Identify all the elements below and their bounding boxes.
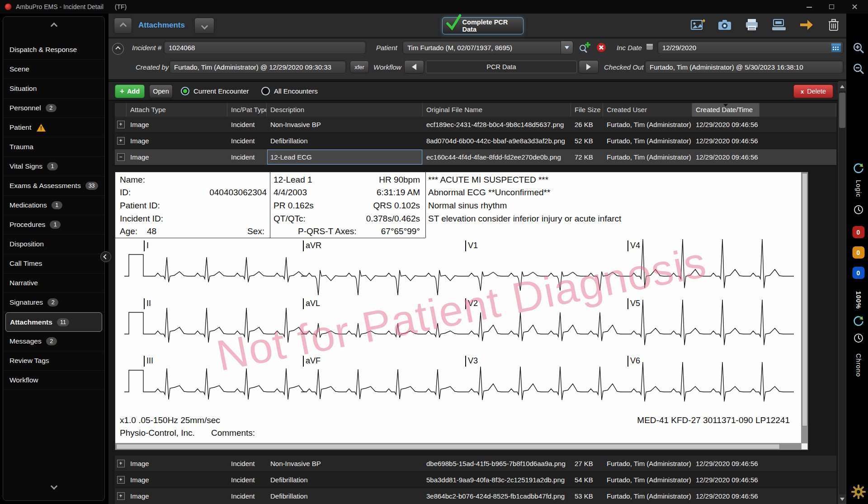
scrollbar-thumb[interactable] — [839, 93, 845, 128]
logic-history-icon[interactable] — [853, 204, 864, 217]
table-row[interactable]: + Image Incident Defibrillation 3e864bc2… — [115, 488, 836, 504]
sidebar-item-signatures[interactable]: Signatures2 — [3, 293, 104, 312]
column-header-created-user[interactable]: Created User — [603, 103, 692, 117]
table-row[interactable]: + Image Incident Non-Invasive BP ecf189e… — [115, 117, 836, 133]
row-expand-button[interactable]: + — [117, 492, 125, 500]
fax-icon[interactable] — [771, 17, 788, 33]
maximize-button[interactable] — [828, 3, 835, 10]
sidebar-item-personnel[interactable]: Personnel2 — [3, 99, 104, 118]
workflow-prev-button[interactable] — [404, 60, 424, 74]
sidebar-item-attachments[interactable]: Attachments11 — [5, 312, 102, 332]
forward-icon[interactable] — [798, 17, 815, 33]
chrono-refresh-icon[interactable] — [853, 316, 864, 329]
table-row-selected[interactable]: − Image Incident 12-Lead ECG ec160c44-4f… — [115, 149, 836, 165]
column-header-created-datetime[interactable]: Created Date/Time — [692, 103, 760, 117]
sidebar-item-label: Situation — [9, 85, 37, 93]
table-row[interactable]: + Image Incident Defibrillation 5ba3dd81… — [115, 472, 836, 488]
row-expand-button[interactable]: + — [117, 476, 125, 484]
current-encounter-radio[interactable] — [181, 87, 189, 95]
all-encounters-radio[interactable] — [261, 87, 270, 95]
settings-gear-icon[interactable] — [851, 485, 866, 500]
scroll-down-arrow[interactable] — [839, 495, 846, 504]
inc-date-input[interactable] — [657, 41, 844, 54]
logic-error-badge[interactable]: 0 — [852, 226, 864, 238]
camera-icon[interactable] — [717, 17, 733, 33]
add-button[interactable]: +Add — [115, 85, 145, 98]
section-next-button[interactable] — [194, 18, 214, 34]
zoom-in-icon[interactable] — [852, 42, 865, 56]
grid-vertical-scrollbar[interactable] — [838, 81, 846, 504]
expand-cell: − — [115, 149, 127, 165]
sidebar-scroll-down[interactable] — [3, 482, 104, 494]
ecg-lead-label: V6 — [627, 356, 640, 367]
logic-info-badge[interactable]: 0 — [852, 267, 864, 279]
column-header-inc-pat-type[interactable]: Inc/Pat Type — [227, 103, 267, 117]
column-header-description[interactable]: Description — [267, 103, 423, 117]
sidebar-item-label: Review Tags — [9, 357, 49, 365]
sidebar-item-messages[interactable]: Messages2 — [3, 332, 104, 351]
column-header-file-size[interactable]: File Size — [571, 103, 603, 117]
row-collapse-button[interactable]: − — [117, 153, 125, 161]
sidebar-collapse-handle[interactable] — [100, 251, 111, 262]
delete-button[interactable]: xDelete — [793, 85, 833, 98]
current-encounter-label: Current Encounter — [193, 82, 249, 101]
sidebar-item-call-times[interactable]: Call Times — [3, 254, 104, 273]
logic-refresh-icon[interactable] — [853, 163, 864, 176]
workflow-next-button[interactable] — [579, 60, 599, 74]
chrono-label[interactable]: Chrono — [855, 353, 862, 377]
sidebar-item-dispatch-response[interactable]: Dispatch & Response — [3, 40, 104, 60]
count-badge: 2 — [46, 104, 57, 112]
section-prev-button[interactable] — [114, 18, 132, 34]
calendar-icon[interactable] — [831, 42, 841, 54]
zoom-out-icon[interactable] — [852, 62, 865, 76]
xfer-button[interactable]: xfer — [350, 61, 369, 73]
close-button[interactable] — [851, 3, 858, 10]
ecg-footer-device: MED-41 KFD-27 3011371-090 LP12241 — [637, 415, 790, 425]
patient-clear-icon[interactable] — [596, 42, 607, 54]
sidebar-item-medications[interactable]: Medications1 — [3, 196, 104, 215]
attachments-toolbar: +Add Open Current Encounter All Encounte… — [108, 81, 846, 100]
checked-out-input[interactable] — [645, 60, 844, 74]
export-image-icon[interactable] — [690, 17, 706, 33]
sidebar-item-disposition[interactable]: Disposition — [3, 235, 104, 254]
cell-created-datetime: 12/29/2020 09:46:56 — [692, 472, 760, 488]
sidebar-item-vital-signs[interactable]: Vital Signs1 — [3, 157, 104, 176]
sidebar-item-patient[interactable]: Patient — [3, 118, 104, 137]
row-expand-button[interactable]: + — [117, 460, 125, 467]
logic-label[interactable]: Logic — [855, 180, 862, 197]
sidebar-item-trauma[interactable]: Trauma — [3, 137, 104, 157]
print-icon[interactable] — [744, 17, 760, 33]
open-button[interactable]: Open — [149, 85, 173, 98]
patient-select[interactable]: Tim Furtado (M, 02/07/1937, 8695) — [402, 41, 573, 54]
sidebar-item-scene[interactable]: Scene — [3, 60, 104, 79]
created-by-input[interactable] — [169, 60, 346, 74]
logic-warning-badge[interactable]: 0 — [852, 246, 864, 259]
sidebar-item-situation[interactable]: Situation — [3, 79, 104, 99]
trash-icon[interactable] — [826, 17, 842, 33]
column-header-file-name[interactable]: Original File Name — [423, 103, 571, 117]
count-badge: 1 — [47, 162, 58, 170]
collapse-header-button[interactable] — [112, 43, 124, 55]
created-by-label: Created by — [136, 61, 169, 74]
incident-number-input[interactable] — [164, 41, 366, 54]
table-row[interactable]: + Image Incident Non-Invasive BP dbe698b… — [115, 456, 836, 472]
ecg-preview[interactable]: Name: 12-Lead 1 HR 90bpm *** ACUTE MI SU… — [115, 172, 808, 450]
chrono-history-icon[interactable] — [853, 333, 864, 345]
sidebar-scroll-up[interactable] — [3, 22, 104, 34]
sidebar-item-review-tags[interactable]: Review Tags — [3, 351, 104, 371]
sidebar-item-exams-assessments[interactable]: Exams & Assessments33 — [3, 176, 104, 196]
sidebar-item-workflow[interactable]: Workflow — [3, 371, 104, 390]
ecg-interp-4: ST elevation consider inferior injury or… — [428, 214, 621, 224]
complete-pcr-button[interactable]: Complete PCR Data — [442, 17, 524, 34]
row-expand-button[interactable]: + — [117, 137, 125, 145]
table-row[interactable]: + Image Incident Defibrillation 8ad0704d… — [115, 133, 836, 149]
column-header-attach-type[interactable]: Attach Type — [127, 103, 227, 117]
zoom-percent-label[interactable]: 100% — [855, 291, 862, 309]
scroll-up-arrow[interactable] — [839, 82, 846, 91]
sidebar-item-procedures[interactable]: Procedures1 — [3, 215, 104, 235]
sidebar-item-narrative[interactable]: Narrative — [3, 273, 104, 293]
patient-search-add-icon[interactable] — [579, 42, 591, 55]
chevron-down-icon[interactable] — [561, 41, 573, 54]
minimize-button[interactable] — [806, 3, 813, 10]
row-expand-button[interactable]: + — [117, 121, 125, 128]
